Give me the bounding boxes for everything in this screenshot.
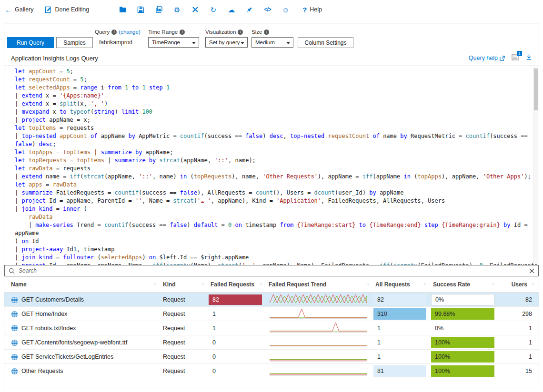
column-header-failed-requests[interactable]: Failed Requests↑↓ (209, 281, 267, 288)
size-dropdown[interactable]: Medium (251, 37, 293, 48)
download-icon[interactable] (526, 54, 532, 62)
code-line: let requestCount = 5; (15, 76, 532, 84)
row-failed-requests: 82 (209, 293, 267, 307)
all-requests-heat-bar: 310 (373, 308, 426, 320)
row-name: GET Customers/Details (21, 296, 84, 303)
row-success-rate: 100% (431, 350, 499, 364)
row-success-rate: 0% (431, 293, 499, 307)
row-failed-requests: 0 (209, 339, 267, 346)
code-line: | project Id = appName, appName, Name = … (15, 262, 532, 265)
code-line: | project Id = appName, ParentId = '', N… (15, 197, 532, 205)
code-line: let selectedApps = range i from 1 to 1 s… (15, 84, 532, 92)
row-kind: Request (161, 339, 209, 346)
help-icon: ? (302, 6, 307, 13)
code-line: | summarize FailedRequests = countif(suc… (15, 189, 532, 197)
row-name: GET Home/Index (21, 311, 67, 317)
external-link-icon (500, 56, 505, 61)
column-header-users[interactable]: Users↑↓ (499, 281, 539, 288)
folder-icon[interactable] (119, 6, 127, 14)
column-header-all-requests[interactable]: All Requests↑↓ (373, 281, 431, 288)
visualization-dropdown[interactable]: Set by query (205, 37, 248, 48)
search-input[interactable] (18, 267, 526, 274)
row-failed-requests: 1 (209, 325, 267, 332)
row-users: 82 (499, 296, 539, 303)
help-label: Help (310, 6, 322, 13)
failed-requests-bar: 82 (209, 294, 262, 305)
column-header-success-rate[interactable]: Success Rate↑↓ (431, 281, 499, 288)
table-row[interactable]: GET Customers/DetailsRequest82820%82 (4, 293, 539, 307)
time-range-dropdown[interactable]: TimeRange (148, 37, 199, 48)
help-button[interactable]: ? Help (302, 6, 322, 13)
table-row[interactable]: GET robots.txt/IndexRequest110%1 (4, 321, 539, 335)
row-failed-requests: 0 (209, 353, 267, 360)
code-line: let rawData = requests (15, 165, 532, 173)
sort-icon[interactable]: ↑↓ (259, 282, 262, 286)
samples-button[interactable]: Samples (56, 37, 93, 48)
editor-section-header: Application Insights Logs Query Query he… (4, 51, 539, 65)
column-header-failed-request-trend[interactable]: Failed Request Trend↑↓ (267, 281, 373, 288)
code-line: let apps = rawData (15, 181, 532, 189)
smiley-icon[interactable]: ☺ (282, 6, 290, 14)
back-arrow-icon: ← (5, 6, 12, 13)
row-users: 1 (499, 353, 539, 360)
row-trend-cell (267, 350, 373, 364)
workbook-query-panel: Query i (change) Time Range i Visualizat… (4, 23, 539, 388)
run-query-button[interactable]: Run Query (7, 37, 54, 48)
query-help-link[interactable]: Query help (469, 55, 505, 61)
column-label: All Requests (375, 281, 410, 288)
clear-search-icon[interactable] (529, 268, 534, 274)
sort-icon[interactable]: ↑↓ (492, 282, 494, 286)
editor-title: Application Insights Logs Query (11, 55, 98, 62)
row-name-cell: GET Home/Index (4, 311, 161, 318)
table-row[interactable]: Other RequestsRequest081100%15 (4, 364, 539, 378)
settings-gear-icon[interactable]: ⚙ (173, 6, 181, 14)
column-header-name[interactable]: Name↑↓ (4, 281, 161, 288)
row-all-requests: 81 (373, 364, 431, 378)
trend-sparkline (270, 307, 367, 320)
close-icon[interactable] (191, 6, 199, 14)
success-rate-heat-bar: 99.68% (431, 308, 494, 320)
sort-icon[interactable]: ↑↓ (366, 282, 369, 286)
row-name-cell: GET robots.txt/Index (4, 324, 161, 332)
editor-scrollbar[interactable] (533, 67, 538, 264)
save-all-icon[interactable] (155, 6, 163, 14)
code-line: | project appName = x; (15, 116, 532, 124)
column-label: Users (512, 281, 527, 288)
done-editing-button[interactable]: Done Editing (44, 6, 90, 14)
all-requests-heat-bar: 81 (373, 365, 426, 377)
code-line: | top-nested appCount of appName by AppM… (15, 132, 532, 140)
code-line: false) desc; (15, 140, 532, 148)
code-line: let topItems = requests (15, 124, 532, 132)
column-label: Success Rate (433, 281, 470, 288)
code-editor[interactable]: let appCount = 5;let requestCount = 5;le… (4, 65, 539, 265)
sort-icon[interactable]: ↑↓ (531, 282, 534, 286)
pin-icon[interactable] (245, 6, 253, 14)
info-icon: i (180, 29, 185, 35)
refresh-icon[interactable]: ↻ (209, 6, 217, 14)
row-name-cell: GET /Content/fonts/segoewp-webfont.ttf (4, 339, 161, 346)
table-row[interactable]: GET ServiceTickets/GetLogEntriesRequest0… (4, 350, 539, 364)
scrollbar-thumb[interactable] (534, 69, 538, 110)
sort-icon[interactable]: ↑↓ (201, 282, 204, 286)
row-users: 15 (499, 368, 539, 374)
change-link[interactable]: (change) (119, 29, 140, 35)
row-users: 1 (499, 339, 539, 346)
save-icon[interactable] (137, 6, 145, 14)
results-table-body: GET Customers/DetailsRequest82820%82GET … (4, 293, 539, 378)
gallery-button[interactable]: ← Gallery (5, 6, 34, 13)
row-trend-cell (267, 293, 373, 307)
code-icon[interactable]: </> (263, 6, 272, 14)
code-line: | project-away Id1, timestamp (15, 245, 532, 254)
sort-icon[interactable]: ↑↓ (153, 282, 156, 286)
code-line: | join kind = inner ( (15, 205, 532, 213)
row-failed-requests: 0 (209, 368, 267, 374)
column-settings-button[interactable]: Column Settings (298, 37, 353, 48)
open-in-logs-button[interactable]: 1 (512, 53, 519, 63)
table-row[interactable]: GET /Content/fonts/segoewp-webfont.ttfRe… (4, 335, 539, 350)
column-header-kind[interactable]: Kind↑↓ (161, 281, 209, 288)
table-row[interactable]: GET Home/IndexRequest131099.68%298 (4, 307, 539, 321)
sort-icon[interactable]: ↑↓ (423, 282, 426, 286)
code-line: let topApps = topItems | summarize by ap… (15, 148, 532, 157)
cloud-icon[interactable]: ☁ (227, 6, 235, 14)
column-label: Kind (163, 281, 176, 288)
